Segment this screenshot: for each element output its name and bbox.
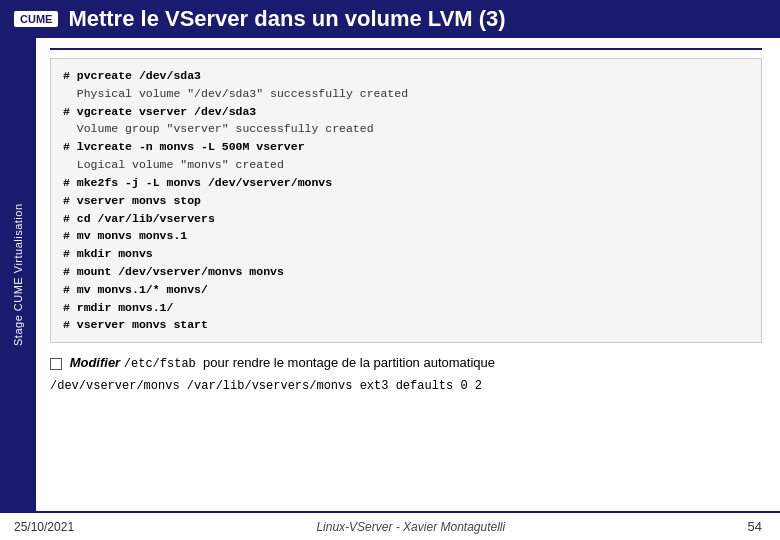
cmd-mv2: # mv monvs.1/* monvs/ xyxy=(63,283,208,296)
checkbox-icon xyxy=(50,358,62,370)
cmd-mount: # mount /dev/vserver/monvs monvs xyxy=(63,265,284,278)
cmd-mke2fs: # mke2fs -j -L monvs /dev/vserver/monvs xyxy=(63,176,332,189)
footer-date: 25/10/2021 xyxy=(14,520,74,534)
sidebar: Stage CUME Virtualisation xyxy=(0,38,36,511)
output-pvcreate: Physical volume "/dev/sda3" successfully… xyxy=(63,87,408,100)
footer-center-text: Linux-VServer - Xavier Montagutelli xyxy=(316,520,505,534)
code-line-6: Logical volume "monvs" created xyxy=(63,156,749,174)
code-line-10: # mv monvs monvs.1 xyxy=(63,227,749,245)
code-line-15: # vserver monvs start xyxy=(63,316,749,334)
modifier-label: Modifier xyxy=(70,355,121,370)
code-line-4: Volume group "vserver" successfully crea… xyxy=(63,120,749,138)
slide-number: 54 xyxy=(748,519,762,534)
code-block: # pvcreate /dev/sda3 Physical volume "/d… xyxy=(50,58,762,343)
code-line-7: # mke2fs -j -L monvs /dev/vserver/monvs xyxy=(63,174,749,192)
logo: CUME xyxy=(14,11,58,27)
footer: 25/10/2021 Linux-VServer - Xavier Montag… xyxy=(0,511,780,540)
slide: CUME Mettre le VServer dans un volume LV… xyxy=(0,0,780,540)
cmd-vserver-start: # vserver monvs start xyxy=(63,318,208,331)
code-line-11: # mkdir monvs xyxy=(63,245,749,263)
output-vgcreate: Volume group "vserver" successfully crea… xyxy=(63,122,374,135)
slide-title: Mettre le VServer dans un volume LVM (3) xyxy=(68,6,505,32)
fstab-path: /etc/fstab xyxy=(124,357,203,371)
cmd-cd: # cd /var/lib/vservers xyxy=(63,212,215,225)
code-line-3: # vgcreate vserver /dev/sda3 xyxy=(63,103,749,121)
content-area: # pvcreate /dev/sda3 Physical volume "/d… xyxy=(36,38,780,511)
sidebar-label: Stage CUME Virtualisation xyxy=(12,203,24,346)
code-line-14: # rmdir monvs.1/ xyxy=(63,299,749,317)
modifier-suffix: pour rendre le montage de la partition a… xyxy=(203,355,495,370)
fstab-line: /dev/vserver/monvs /var/lib/vservers/mon… xyxy=(50,379,762,393)
cmd-vserver-stop: # vserver monvs stop xyxy=(63,194,201,207)
code-line-9: # cd /var/lib/vservers xyxy=(63,210,749,228)
code-line-2: Physical volume "/dev/sda3" successfully… xyxy=(63,85,749,103)
code-line-5: # lvcreate -n monvs -L 500M vserver xyxy=(63,138,749,156)
header: CUME Mettre le VServer dans un volume LV… xyxy=(0,0,780,38)
content-divider xyxy=(50,48,762,50)
cmd-mv1: # mv monvs monvs.1 xyxy=(63,229,187,242)
cmd-lvcreate: # lvcreate -n monvs -L 500M vserver xyxy=(63,140,305,153)
cmd-vgcreate: # vgcreate vserver /dev/sda3 xyxy=(63,105,256,118)
main-area: Stage CUME Virtualisation # pvcreate /de… xyxy=(0,38,780,511)
cmd-pvcreate: # pvcreate /dev/sda3 xyxy=(63,69,201,82)
cmd-mkdir: # mkdir monvs xyxy=(63,247,153,260)
modifier-section: Modifier /etc/fstab pour rendre le monta… xyxy=(50,353,762,373)
output-lvcreate: Logical volume "monvs" created xyxy=(63,158,284,171)
code-line-1: # pvcreate /dev/sda3 xyxy=(63,67,749,85)
code-line-12: # mount /dev/vserver/monvs monvs xyxy=(63,263,749,281)
code-line-8: # vserver monvs stop xyxy=(63,192,749,210)
code-line-13: # mv monvs.1/* monvs/ xyxy=(63,281,749,299)
cmd-rmdir: # rmdir monvs.1/ xyxy=(63,301,173,314)
